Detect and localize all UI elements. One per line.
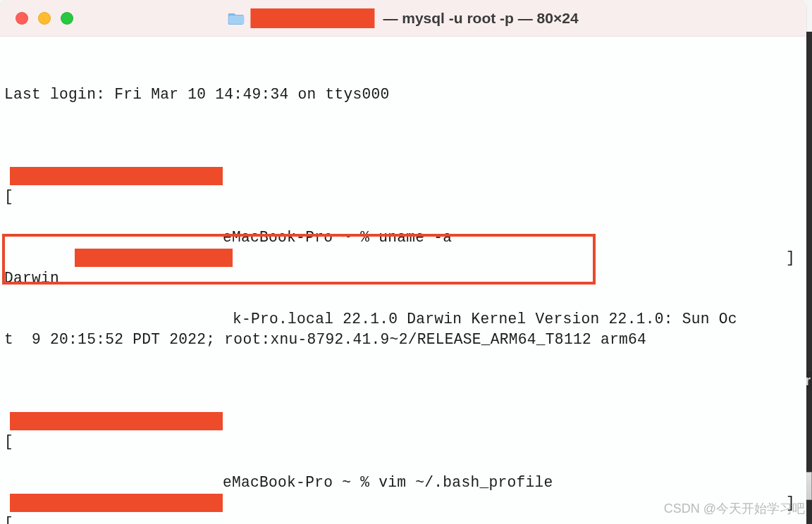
bracket: [ <box>4 513 13 524</box>
maximize-icon[interactable] <box>61 12 73 25</box>
terminal-output[interactable]: Last login: Fri Mar 10 14:49:34 on ttys0… <box>0 37 806 524</box>
redaction <box>10 412 223 430</box>
titlebar[interactable]: — mysql -u root -p — 80×24 <box>0 0 806 37</box>
darwin-line-1b: k-Pro.local 22.1.0 Darwin Kernel Version… <box>233 309 737 330</box>
bracket: [ <box>4 432 13 452</box>
close-icon[interactable] <box>16 12 28 25</box>
last-login-line: Last login: Fri Mar 10 14:49:34 on ttys0… <box>4 85 390 105</box>
redaction <box>75 249 233 267</box>
minimize-icon[interactable] <box>38 12 51 25</box>
prompt-line-1: eMacBook-Pro ~ % uname -a <box>223 227 452 248</box>
traffic-lights <box>0 12 73 25</box>
background-side-strip <box>806 32 812 524</box>
svg-rect-0 <box>228 15 244 24</box>
title-redaction <box>250 8 374 28</box>
terminal-window: — mysql -u root -p — 80×24 Last login: F… <box>0 0 806 524</box>
redaction <box>10 167 223 185</box>
prompt-line-2: eMacBook-Pro ~ % vim ~/.bash_profile <box>223 473 553 493</box>
bracket: [ <box>4 187 13 207</box>
window-title: — mysql -u root -p — 80×24 <box>228 8 578 28</box>
folder-icon <box>228 11 245 25</box>
redaction <box>10 494 223 512</box>
darwin-line-1a: Darwin <box>4 268 68 289</box>
window-title-text: — mysql -u root -p — 80×24 <box>383 10 578 27</box>
darwin-line-2: t 9 20:15:52 PDT 2022; root:xnu-8792.41.… <box>4 330 646 350</box>
